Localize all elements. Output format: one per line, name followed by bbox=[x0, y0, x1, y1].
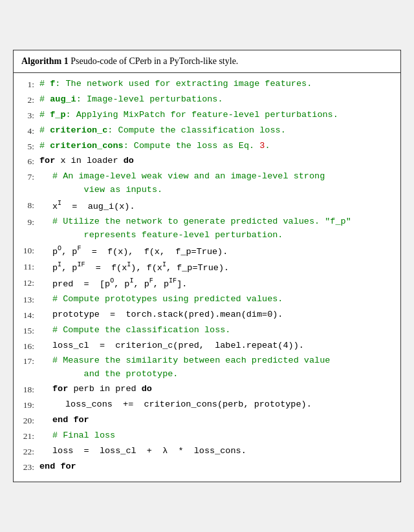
line-number: 2: bbox=[21, 93, 39, 107]
line-content: # Utilize the network to generate predic… bbox=[39, 215, 393, 242]
line-content: loss_cl = criterion_c(pred, label.repeat… bbox=[39, 339, 393, 353]
line-number: 7: bbox=[21, 170, 39, 184]
line-content: pI, pIF = f(xI), f(xI, f_p=True). bbox=[39, 260, 393, 275]
line-number: 8: bbox=[21, 198, 39, 213]
line-content: # Compute the classification loss. bbox=[39, 324, 393, 337]
algorithm-line: 14:prototype = torch.stack(pred).mean(di… bbox=[21, 308, 393, 323]
algorithm-line: 15:# Compute the classification loss. bbox=[21, 323, 393, 339]
algorithm-line: 20:end for bbox=[21, 413, 393, 429]
line-number: 14: bbox=[21, 308, 39, 323]
line-number: 18: bbox=[21, 383, 39, 397]
algorithm-line: 7:# An image-level weak view and an imag… bbox=[21, 169, 393, 198]
line-number: 1: bbox=[21, 78, 39, 92]
line-content: # Compute prototypes using predicted val… bbox=[39, 293, 393, 306]
algorithm-line: 10:pO, pF = f(x), f(x, f_p=True). bbox=[21, 243, 393, 259]
line-content: # Final loss bbox=[39, 429, 393, 443]
line-content: pred = [pO, pI, pF, pIF]. bbox=[39, 276, 393, 291]
algorithm-line: 8:xI = aug_i(x). bbox=[21, 198, 393, 214]
line-content: end for bbox=[39, 414, 393, 427]
algorithm-line: 9:# Utilize the network to generate pred… bbox=[21, 215, 393, 243]
line-content: loss_cons += criterion_cons(perb, protot… bbox=[39, 398, 393, 412]
line-number: 22: bbox=[21, 445, 39, 459]
algorithm-line: 21:# Final loss bbox=[21, 429, 393, 444]
algorithm-line: 13:# Compute prototypes using predicted … bbox=[21, 292, 393, 308]
line-number: 4: bbox=[21, 124, 39, 138]
line-number: 6: bbox=[21, 154, 39, 169]
algorithm-body: 1:# f: The network used for extracting i… bbox=[14, 73, 400, 482]
line-content: for x in loader do bbox=[39, 154, 393, 168]
algorithm-line: 11:pI, pIF = f(xI), f(xI, f_p=True). bbox=[21, 259, 393, 275]
line-content: # f: The network used for extracting ima… bbox=[39, 78, 393, 91]
line-number: 13: bbox=[21, 293, 39, 307]
algorithm-line: 12:pred = [pO, pI, pF, pIF]. bbox=[21, 275, 393, 292]
line-number: 21: bbox=[21, 429, 39, 443]
algorithm-line: 6:for x in loader do bbox=[21, 154, 393, 169]
algorithm-line: 18:for perb in pred do bbox=[21, 382, 393, 398]
line-number: 5: bbox=[21, 140, 39, 154]
line-number: 17: bbox=[21, 354, 39, 368]
line-content: # An image-level weak view and an image-… bbox=[39, 170, 393, 197]
line-number: 19: bbox=[21, 398, 39, 412]
line-content: end for bbox=[39, 460, 393, 474]
algorithm-title: Pseudo-code of CPerb in a PyTorch-like s… bbox=[71, 56, 238, 66]
algorithm-line: 4:# criterion_c: Compute the classificat… bbox=[21, 123, 393, 139]
line-number: 20: bbox=[21, 414, 39, 428]
algorithm-line: 1:# f: The network used for extracting i… bbox=[21, 77, 393, 92]
line-content: for perb in pred do bbox=[39, 383, 393, 396]
line-number: 12: bbox=[21, 276, 39, 290]
line-content: # criterion_cons: Compute the loss as Eq… bbox=[39, 140, 393, 153]
line-content: # Measure the similarity between each pr… bbox=[39, 354, 393, 381]
algorithm-label: Algorithm 1 bbox=[21, 56, 69, 66]
line-number: 3: bbox=[21, 109, 39, 123]
line-content: loss = loss_cl + λ * loss_cons. bbox=[39, 445, 393, 458]
line-number: 10: bbox=[21, 244, 39, 258]
algorithm-line: 23:end for bbox=[21, 460, 393, 475]
algorithm-line: 2:# aug_i: Image-level perturbations. bbox=[21, 92, 393, 108]
algorithm-line: 22:loss = loss_cl + λ * loss_cons. bbox=[21, 444, 393, 460]
line-content: # criterion_c: Compute the classificatio… bbox=[39, 124, 393, 138]
algorithm-line: 5:# criterion_cons: Compute the loss as … bbox=[21, 139, 393, 154]
line-content: prototype = torch.stack(pred).mean(dim=0… bbox=[39, 308, 393, 322]
algorithm-line: 17:# Measure the similarity between each… bbox=[21, 354, 393, 382]
line-number: 11: bbox=[21, 260, 39, 274]
algorithm-box: Algorithm 1 Pseudo-code of CPerb in a Py… bbox=[13, 50, 401, 482]
line-number: 16: bbox=[21, 339, 39, 354]
line-content: # f_p: Applying MixPatch for feature-lev… bbox=[39, 109, 393, 122]
line-number: 9: bbox=[21, 215, 39, 229]
line-number: 15: bbox=[21, 324, 39, 338]
algorithm-line: 16:loss_cl = criterion_c(pred, label.rep… bbox=[21, 339, 393, 354]
line-content: # aug_i: Image-level perturbations. bbox=[39, 93, 393, 107]
line-content: pO, pF = f(x), f(x, f_p=True). bbox=[39, 244, 393, 259]
algorithm-line: 3:# f_p: Applying MixPatch for feature-l… bbox=[21, 108, 393, 123]
line-content: xI = aug_i(x). bbox=[39, 198, 393, 213]
line-number: 23: bbox=[21, 460, 39, 474]
algorithm-line: 19:loss_cons += criterion_cons(perb, pro… bbox=[21, 398, 393, 413]
algorithm-header: Algorithm 1 Pseudo-code of CPerb in a Py… bbox=[14, 50, 400, 73]
